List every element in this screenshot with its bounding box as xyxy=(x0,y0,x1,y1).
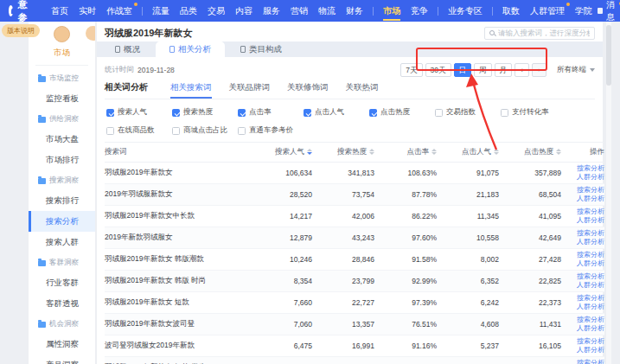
sidebar-item-attribute-insight[interactable]: 属性洞察 xyxy=(29,334,95,354)
crowd-analysis-link[interactable]: 人群分析 xyxy=(577,259,604,268)
folder-icon xyxy=(38,178,46,184)
value-cell: 16,991 xyxy=(312,335,374,357)
next-date-button[interactable]: › xyxy=(532,63,546,77)
nav-item-content[interactable]: 内容 xyxy=(230,0,258,22)
keyword-cell: 羽绒服2019年新款女 xyxy=(105,163,250,184)
search-analysis-link[interactable]: 搜索分析 xyxy=(577,359,604,364)
nav-item-category[interactable]: 品类 xyxy=(175,0,202,22)
nav-item-logistics[interactable]: 物流 xyxy=(313,0,341,22)
search-analysis-link[interactable]: 搜索分析 xyxy=(577,316,604,324)
col-search-popularity[interactable]: 搜索人气 xyxy=(250,143,312,163)
sidebar-item-market-ranking[interactable]: 市场排行 xyxy=(29,150,95,170)
module-avatar-icon[interactable] xyxy=(54,26,70,42)
nav-item-marketing[interactable]: 营销 xyxy=(285,0,313,22)
search-analysis-link[interactable]: 搜索分析 xyxy=(577,164,604,173)
sidebar-group-market-monitor: 市场监控 xyxy=(29,68,95,88)
group-label-text: 客群洞察 xyxy=(49,258,79,268)
search-analysis-link[interactable]: 搜索分析 xyxy=(577,294,604,303)
value-cell: 341,813 xyxy=(312,163,374,184)
prev-date-button[interactable]: ‹ xyxy=(515,63,529,77)
terminal-dropdown[interactable]: 所有终端 xyxy=(557,65,595,75)
nav-item-crowd-mgmt[interactable]: 人群管理 xyxy=(525,0,570,22)
search-analysis-link[interactable]: 搜索分析 xyxy=(577,251,604,259)
range-7d-button[interactable]: 7天 xyxy=(400,63,422,77)
search-analysis-link[interactable]: 搜索分析 xyxy=(577,208,604,216)
crowd-analysis-link[interactable]: 人群分析 xyxy=(577,303,604,311)
nav-item-competition[interactable]: 竞争 xyxy=(406,0,433,22)
crowd-analysis-link[interactable]: 人群分析 xyxy=(577,346,604,354)
sidebar-item-search-crowd[interactable]: 搜索人群 xyxy=(29,232,95,252)
col-search-heat[interactable]: 搜索热度 xyxy=(312,143,374,163)
granularity-month-button[interactable]: 月 xyxy=(495,63,513,77)
tab-related-analysis[interactable]: 相关分析 xyxy=(156,42,225,57)
col-click-rate[interactable]: 点击率 xyxy=(374,143,437,163)
nav-item-academy[interactable]: 学院 xyxy=(570,0,598,22)
sort-icon xyxy=(556,149,561,155)
search-analysis-link[interactable]: 搜索分析 xyxy=(577,186,604,195)
search-analysis-link[interactable]: 搜索分析 xyxy=(577,229,604,238)
filter-click-popularity[interactable]: 点击人气 xyxy=(304,107,369,118)
sidebar-item-search-ranking[interactable]: 搜索排行 xyxy=(29,190,95,211)
granularity-day-button[interactable]: 日 xyxy=(454,63,472,77)
tab-brand-words[interactable]: 关联品牌词 xyxy=(229,82,271,99)
tab-related-search-words[interactable]: 相关搜索词 xyxy=(170,82,212,99)
nav-item-service[interactable]: 服务 xyxy=(258,0,285,22)
filter-pay-conversion[interactable]: 支付转化率 xyxy=(501,107,566,118)
tab-overview[interactable]: 概况 xyxy=(101,42,154,57)
value-cell: 12,879 xyxy=(250,227,312,249)
sort-icon xyxy=(431,149,437,155)
crowd-analysis-link[interactable]: 人群分析 xyxy=(577,195,604,203)
tab-hot-words[interactable]: 关联热词 xyxy=(346,82,379,99)
nav-item-market-active[interactable]: 市场 xyxy=(378,0,406,22)
keyword-cell: 羽绒服2019年新款女 短款 学生 xyxy=(105,357,250,364)
sort-icon xyxy=(494,149,499,155)
sidebar-item-product-insight[interactable]: 产品洞察 xyxy=(29,354,95,364)
nav-item-business-zone[interactable]: 业务专区 xyxy=(443,0,488,22)
value-cell: 68,504 xyxy=(499,184,561,206)
scrollbar-thumb[interactable] xyxy=(606,25,611,86)
value-cell: 106,634 xyxy=(250,163,312,184)
sidebar-item-search-analysis[interactable]: 搜索分析 xyxy=(29,211,95,232)
granularity-week-button[interactable]: 周 xyxy=(474,63,492,77)
sidebar-item-customer-perspective[interactable]: 客群透视 xyxy=(29,293,95,314)
keyword-search-box[interactable] xyxy=(484,27,595,40)
search-analysis-link[interactable]: 搜索分析 xyxy=(577,337,604,346)
crowd-analysis-link[interactable]: 人群分析 xyxy=(577,281,604,290)
nav-item-finance[interactable]: 财务 xyxy=(341,0,368,22)
sidebar-item-market-overview[interactable]: 市场大盘 xyxy=(29,129,95,150)
crowd-analysis-link[interactable]: 人群分析 xyxy=(577,216,604,225)
nav-item-traffic[interactable]: 流量 xyxy=(147,0,175,22)
filter-mall-click-share[interactable]: 商城点击占比 xyxy=(172,125,238,136)
crowd-analysis-link[interactable]: 人群分析 xyxy=(577,324,604,333)
sidebar-item-monitor-board[interactable]: 监控看板 xyxy=(29,88,95,109)
filter-trade-index[interactable]: 交易指数 xyxy=(435,107,501,118)
document-icon xyxy=(240,46,246,53)
crowd-analysis-link[interactable]: 人群分析 xyxy=(577,173,604,182)
value-cell: 8,002 xyxy=(437,249,499,271)
nav-item-warroom[interactable]: 作战室 xyxy=(101,0,137,22)
tab-modifier-words[interactable]: 关联修饰词 xyxy=(287,82,329,99)
sidebar-item-industry-customer[interactable]: 行业客群 xyxy=(29,272,95,293)
nav-item-realtime[interactable]: 实时 xyxy=(74,0,101,22)
range-30d-button[interactable]: 30天 xyxy=(425,63,451,77)
filter-click-rate[interactable]: 点击率 xyxy=(238,107,304,118)
version-note-tag[interactable]: 版本说明 xyxy=(2,24,40,37)
value-cell: 43,243 xyxy=(312,227,374,249)
tab-category-composition[interactable]: 类目构成 xyxy=(227,42,296,57)
filter-online-products[interactable]: 在线商品数 xyxy=(106,125,172,136)
search-input[interactable] xyxy=(498,29,590,37)
messages-button[interactable]: 消息 xyxy=(598,0,620,23)
nav-item-data-fetch[interactable]: 取数 xyxy=(497,0,525,22)
search-analysis-link[interactable]: 搜索分析 xyxy=(577,272,604,281)
filter-click-heat[interactable]: 点击热度 xyxy=(369,107,435,118)
col-click-popularity[interactable]: 点击人气 xyxy=(437,143,499,163)
nav-item-trade[interactable]: 交易 xyxy=(202,0,230,22)
filter-search-popularity[interactable]: 搜索人气 xyxy=(106,107,172,118)
col-click-heat[interactable]: 点击热度 xyxy=(499,143,561,163)
crowd-analysis-link[interactable]: 人群分析 xyxy=(577,238,604,246)
nav-item-home[interactable]: 首页 xyxy=(46,0,74,22)
scrollbar[interactable] xyxy=(606,22,611,364)
filter-search-heat[interactable]: 搜索热度 xyxy=(172,107,238,118)
filter-ztc-ref-price[interactable]: 直通车参考价 xyxy=(238,125,304,136)
search-icon xyxy=(489,30,495,35)
